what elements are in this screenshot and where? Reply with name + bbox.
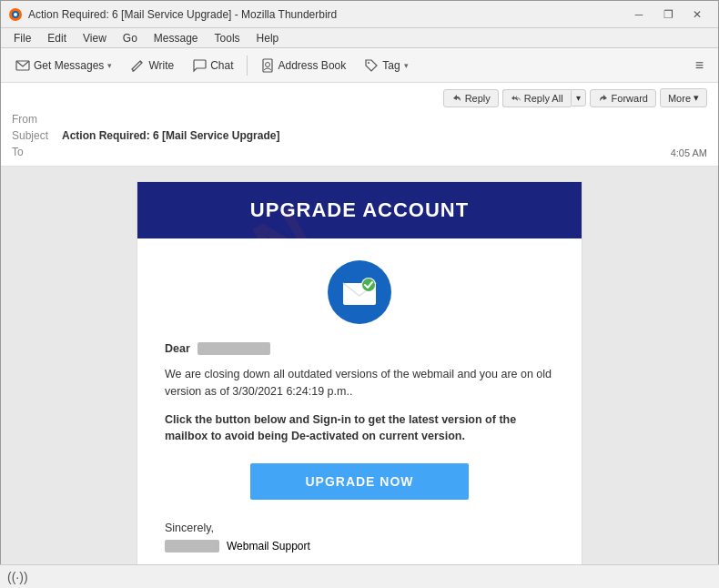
- subject-field: Subject Action Required: 6 [Mail Service…: [12, 127, 707, 144]
- menu-view[interactable]: View: [76, 30, 114, 46]
- chat-icon: [192, 58, 207, 73]
- address-book-label: Address Book: [278, 59, 347, 72]
- more-arrow: ▾: [694, 92, 699, 104]
- forward-button[interactable]: Forward: [590, 89, 656, 107]
- dear-prefix: Dear: [165, 342, 190, 355]
- window-controls: ─ ❐ ✕: [625, 5, 711, 25]
- sender-redacted: [165, 540, 219, 553]
- title-bar: Action Required: 6 [Mail Service Upgrade…: [1, 1, 718, 28]
- menu-tools[interactable]: Tools: [208, 30, 248, 46]
- sincerely-text: Sincerely,: [165, 522, 554, 534]
- to-field: To: [12, 144, 707, 160]
- menu-help[interactable]: Help: [249, 30, 287, 46]
- reply-all-button[interactable]: Reply All: [502, 89, 571, 107]
- minimize-button[interactable]: ─: [625, 5, 653, 25]
- toolbar-separator-1: [247, 56, 248, 76]
- to-label: To: [12, 146, 62, 158]
- address-book-button[interactable]: Address Book: [253, 53, 354, 78]
- status-bar: ((·)): [0, 564, 719, 588]
- toolbar: Get Messages ▾ Write Chat Address Book T…: [1, 48, 718, 83]
- forward-label: Forward: [612, 93, 648, 104]
- email-content-area: 🔍 TRON TRON UPGRADE ACCOUNT: [1, 167, 718, 574]
- body-paragraph-2: Click the button below and Sign-in to ge…: [165, 411, 554, 446]
- status-icon: ((·)): [7, 570, 28, 584]
- email-card: 🔍 TRON TRON UPGRADE ACCOUNT: [137, 181, 582, 574]
- sender-suffix: Webmail Support: [227, 540, 310, 553]
- sender-line: Webmail Support: [165, 540, 554, 553]
- tag-icon: [364, 58, 379, 73]
- reply-all-label: Reply All: [524, 93, 563, 104]
- email-time: 4:05 AM: [671, 147, 707, 158]
- more-label: More: [668, 93, 691, 104]
- email-actions-toolbar: Reply Reply All ▾ Forward More ▾: [12, 88, 707, 107]
- menu-edit[interactable]: Edit: [40, 30, 74, 46]
- subject-value: Action Required: 6 [Mail Service Upgrade…: [62, 129, 279, 142]
- restore-button[interactable]: ❐: [654, 5, 682, 25]
- card-header: UPGRADE ACCOUNT: [137, 182, 582, 238]
- write-label: Write: [148, 59, 174, 72]
- get-messages-icon: [15, 58, 30, 73]
- svg-point-6: [265, 62, 269, 66]
- get-messages-button[interactable]: Get Messages ▾: [8, 53, 119, 78]
- tag-button[interactable]: Tag ▾: [357, 53, 415, 78]
- menu-bar: File Edit View Go Message Tools Help: [1, 28, 718, 48]
- envelope-icon: [341, 278, 378, 307]
- get-messages-label: Get Messages: [34, 59, 104, 72]
- card-body: Dear We are closing down all outdated ve…: [137, 238, 582, 574]
- recipient-redacted: [197, 342, 270, 355]
- email-header: Reply Reply All ▾ Forward More ▾ From: [1, 83, 718, 167]
- close-button[interactable]: ✕: [684, 5, 711, 25]
- more-button[interactable]: More ▾: [660, 88, 707, 107]
- app-icon: [8, 7, 23, 22]
- reply-all-dropdown[interactable]: ▾: [571, 89, 586, 106]
- subject-label: Subject: [12, 129, 62, 142]
- hamburger-button[interactable]: ≡: [688, 54, 711, 77]
- upgrade-button-container: UPGRADE NOW: [165, 463, 554, 500]
- tag-label: Tag: [382, 59, 400, 72]
- chat-label: Chat: [210, 59, 233, 72]
- email-icon-container: [165, 260, 554, 324]
- reply-button[interactable]: Reply: [443, 89, 499, 107]
- dear-line: Dear: [165, 342, 554, 355]
- upgrade-now-button[interactable]: UPGRADE NOW: [250, 463, 468, 500]
- tag-arrow[interactable]: ▾: [404, 61, 409, 70]
- write-icon: [130, 58, 145, 73]
- svg-point-2: [14, 13, 17, 16]
- menu-message[interactable]: Message: [147, 30, 206, 46]
- svg-point-7: [368, 62, 370, 64]
- body-paragraph-1: We are closing down all outdated version…: [165, 366, 554, 400]
- menu-go[interactable]: Go: [116, 30, 145, 46]
- card-header-title: UPGRADE ACCOUNT: [250, 198, 469, 221]
- reply-all-icon: [511, 93, 522, 104]
- from-label: From: [12, 113, 62, 126]
- address-book-icon: [260, 58, 275, 73]
- get-messages-arrow[interactable]: ▾: [107, 61, 112, 70]
- reply-icon: [451, 93, 462, 104]
- menu-file[interactable]: File: [6, 30, 38, 46]
- forward-icon: [598, 93, 609, 104]
- reply-all-group: Reply All ▾: [502, 89, 586, 107]
- reply-label: Reply: [465, 93, 491, 104]
- from-field: From: [12, 111, 707, 127]
- window-title: Action Required: 6 [Mail Service Upgrade…: [28, 8, 625, 21]
- chat-button[interactable]: Chat: [185, 53, 240, 78]
- email-icon-circle: [328, 260, 391, 324]
- write-button[interactable]: Write: [123, 53, 181, 78]
